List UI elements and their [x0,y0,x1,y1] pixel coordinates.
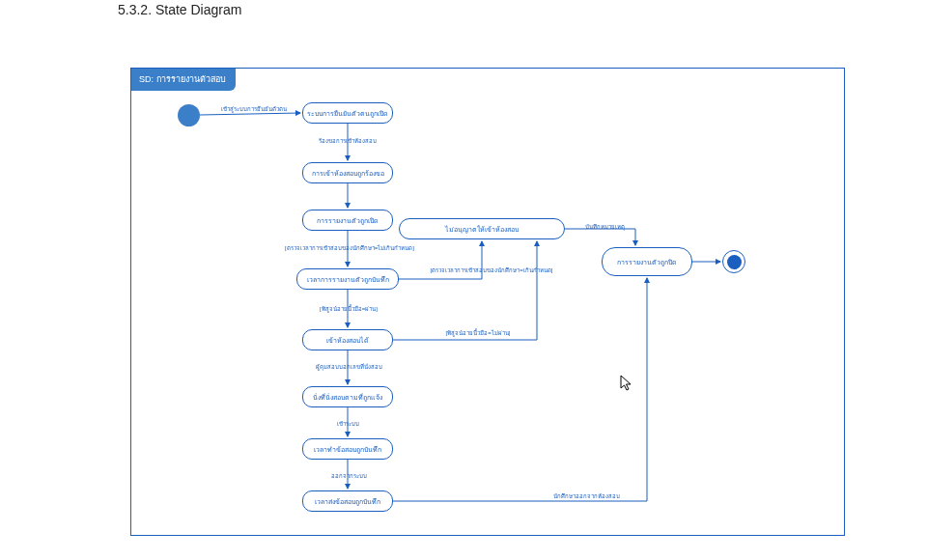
edges-svg [131,69,846,537]
state-report-closed: การรายงานตัวถูกปิด [602,247,692,276]
diagram-frame: SD: การรายงานตัวสอบ ระบบการยืนยันตัวตนถู… [130,68,845,536]
state-report-open: การรายงานตัวถูกเปิด [302,210,393,231]
edge-time-denied: [ตรวจเวลาการเข้าสอบของนักศึกษา=เกินกำหนด… [410,266,573,275]
edge-enter-denied: [พิสูจน์อายนี้วมือ=ไม่ผ่าน] [426,328,530,338]
section-title: 5.3.2. State Diagram [118,2,241,17]
edge-submit-closed: นักศึกษาออกจากห้องสอบ [535,491,637,501]
state-can-enter: เข้าห้องสอบได้ [302,329,393,350]
state-login-open: ระบบการยืนยันตัวตนถูกเปิด [302,102,393,124]
state-room-request: การเข้าห้องสอบถูกร้องขอ [302,162,393,183]
edge-enter-seated: ผู้คุมสอบบอกเลขที่นั่งสอบ [303,362,394,372]
edge-report-time: [ตรวจเวลาการเข้าสอบของนักศึกษา=ไม่เกินกำ… [272,243,427,253]
state-submit-time-rec: เวลาส่งข้อสอบถูกบันทึก [302,490,393,512]
edge-examtime-submit: ออกจากระบบ [321,471,377,481]
state-exam-time-rec: เวลาทำข้อสอบถูกบันทึก [302,438,393,460]
state-denied: ไม่อนุญาตให้เข้าห้องสอบ [399,218,565,239]
edge-time-enter: [พิสูจน์อายนี้วมือ=ผ่าน] [307,304,390,314]
frame-label: SD: การรายงานตัวสอบ [131,69,236,91]
edge-denied-closed: บันทึกหมายเหตุ [572,222,637,232]
state-seated: นั่งที่นั่งสอบตามที่ถูกแจ้ง [302,386,393,407]
edge-login-request: ร้องขอการเข้าห้องสอบ [311,136,384,146]
edge-seated-examtime: เข้าระบบ [324,419,371,429]
edge-start-login: เข้าสู่ระบบการยืนยันตัวตน [214,104,294,114]
state-time-recorded: เวลาการรายงานตัวถูกบันทึก [296,268,399,290]
start-state [178,104,200,126]
end-state [722,250,745,273]
